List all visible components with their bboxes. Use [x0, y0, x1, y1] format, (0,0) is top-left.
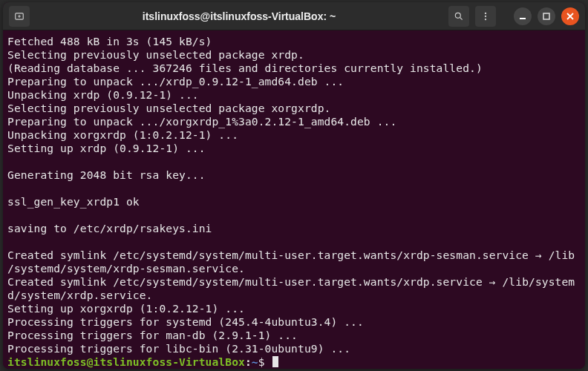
svg-point-7	[485, 18, 486, 19]
svg-line-4	[460, 17, 463, 19]
prompt-user-host: itslinuxfoss@itslinuxfoss-VirtualBox	[7, 355, 245, 368]
output-line: Generating 2048 bit rsa key...	[7, 168, 206, 181]
output-line: d/system/xrdp.service.	[7, 289, 153, 301]
prompt-colon: :	[245, 355, 252, 368]
output-line: /systemd/system/xrdp-sesman.service.	[7, 262, 245, 275]
maximize-button[interactable]	[538, 7, 555, 25]
search-button[interactable]	[448, 6, 469, 27]
window-title: itslinuxfoss@itslinuxfoss-VirtualBox: ~	[36, 10, 442, 22]
arrow-icon: →	[535, 249, 542, 261]
new-tab-button[interactable]	[9, 6, 30, 27]
cursor-icon	[272, 356, 278, 367]
output-line: Processing triggers for systemd (245.4-4…	[7, 315, 364, 328]
prompt-dollar: $	[258, 355, 265, 368]
output-line: Created symlink /etc/systemd/system/mult…	[7, 275, 489, 288]
output-line: Fetched 488 kB in 3s (145 kB/s)	[7, 35, 212, 47]
svg-point-6	[485, 15, 486, 16]
svg-rect-9	[543, 13, 549, 19]
output-line: Selecting previously unselected package …	[7, 48, 304, 61]
minimize-button[interactable]	[514, 7, 532, 25]
titlebar-left	[9, 6, 30, 27]
svg-point-3	[455, 13, 460, 18]
titlebar: itslinuxfoss@itslinuxfoss-VirtualBox: ~	[3, 2, 585, 30]
svg-rect-8	[520, 18, 526, 19]
output-line: Preparing to unpack .../xrdp_0.9.12-1_am…	[7, 75, 344, 88]
output-line: Created symlink /etc/systemd/system/mult…	[7, 249, 535, 261]
terminal-output[interactable]: Fetched 488 kB in 3s (145 kB/s) Selectin…	[3, 30, 585, 369]
prompt-path: ~	[252, 355, 258, 368]
output-line: Processing triggers for man-db (2.9.1-1)…	[7, 329, 298, 341]
output-line: /lib	[542, 249, 575, 261]
output-line: Unpacking xorgxrdp (1:0.2.12-1) ...	[7, 128, 238, 141]
output-line: (Reading database ... 367246 files and d…	[7, 62, 483, 74]
svg-point-5	[485, 12, 486, 13]
titlebar-right	[448, 6, 579, 27]
arrow-icon: →	[489, 275, 496, 288]
terminal-window: itslinuxfoss@itslinuxfoss-VirtualBox: ~ …	[3, 2, 585, 369]
output-line: Processing triggers for libc-bin (2.31-0…	[7, 342, 350, 355]
output-line: ssl_gen_key_xrdp1 ok	[7, 195, 140, 208]
output-line: Selecting previously unselected package …	[7, 102, 330, 114]
output-line: saving to /etc/xrdp/rsakeys.ini	[7, 222, 212, 234]
output-line: Setting up xrdp (0.9.12-1) ...	[7, 142, 206, 154]
output-line: Setting up xorgxrdp (1:0.2.12-1) ...	[7, 302, 245, 315]
output-line: Unpacking xrdp (0.9.12-1) ...	[7, 88, 199, 101]
menu-button[interactable]	[475, 6, 496, 27]
output-line: /lib/system	[496, 275, 575, 288]
output-line: Preparing to unpack .../xorgxrdp_1%3a0.2…	[7, 115, 396, 128]
close-button[interactable]	[561, 7, 579, 25]
prompt[interactable]: itslinuxfoss@itslinuxfoss-VirtualBox:~$	[7, 355, 278, 368]
